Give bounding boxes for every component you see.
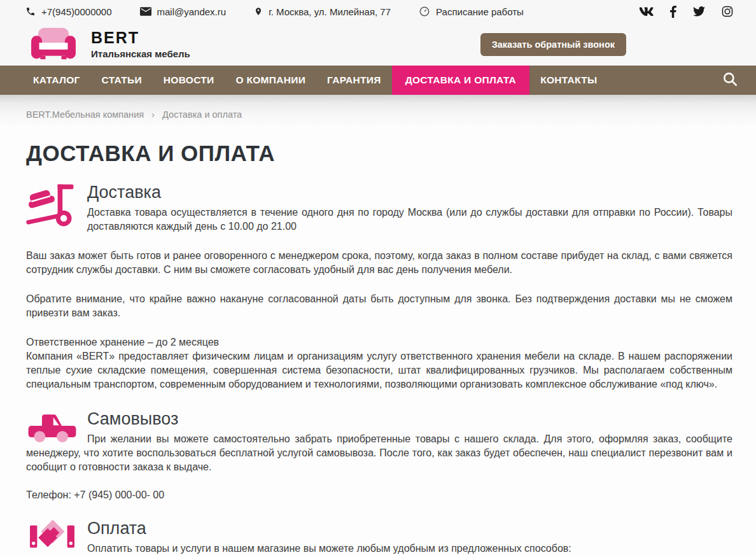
payment-section: Оплата Оплатить товары и услуги в нашем … (26, 519, 732, 555)
brand-tagline: Итальянская мебель (91, 48, 190, 59)
nav-item-contacts[interactable]: КОНТАКТЫ (529, 66, 608, 95)
search-button[interactable] (704, 66, 756, 95)
topbar-address-text: г. Москва, ул. Милейная, 77 (269, 6, 391, 17)
breadcrumb-separator-icon: › (151, 109, 155, 120)
delivery-section: Доставка Доставка товара осуществляется … (26, 183, 732, 234)
topbar-address: г. Москва, ул. Милейная, 77 (254, 6, 391, 17)
delivery-paragraph-1: Ваш заказ может быть готов и ранее огово… (26, 249, 732, 277)
social-links (640, 6, 733, 18)
top-info-bar: +7(945)0000000 mail@yandex.ru г. Москва,… (0, 0, 756, 23)
location-pin-icon (254, 6, 263, 17)
site-header: BERT Итальянская мебель Заказать обратны… (0, 23, 756, 66)
site-logo[interactable]: BERT Итальянская мебель (26, 27, 190, 62)
nav-item-delivery-payment[interactable]: ДОСТАВКА И ОПЛАТА (392, 66, 529, 95)
instagram-icon[interactable] (722, 6, 733, 17)
delivery-heading: Доставка (26, 183, 732, 202)
topbar-phone-text: +7(945)0000000 (41, 6, 112, 17)
nav-item-warranty[interactable]: ГАРАНТИЯ (316, 66, 392, 95)
handshake-icon (26, 519, 78, 555)
twitter-icon[interactable] (693, 6, 705, 17)
nav-item-about[interactable]: О КОМПАНИИ (225, 66, 317, 95)
search-icon (722, 71, 738, 90)
storage-text: Компания «BERT» предоставляет физическим… (26, 351, 732, 390)
breadcrumb: BERT.Мебельная компания › Доставка и опл… (26, 109, 730, 120)
sofa-logo-icon (26, 27, 81, 62)
nav-item-catalog[interactable]: КАТАЛОГ (22, 66, 91, 95)
pickup-phone-line: Телефон: +7 (945) 000-00- 00 (26, 489, 732, 501)
main-nav: КАТАЛОГ СТАТЬИ НОВОСТИ О КОМПАНИИ ГАРАНТ… (0, 66, 756, 95)
main-content: ДОСТАВКА И ОПЛАТА Доставка Доставка това… (0, 125, 756, 555)
breadcrumb-zone: BERT.Мебельная компания › Доставка и опл… (0, 95, 756, 125)
delivery-truck-icon (26, 183, 78, 231)
delivery-paragraph-2: Обратите внимание, что крайне важно нака… (26, 292, 732, 320)
vk-icon[interactable] (640, 7, 654, 16)
nav-item-news[interactable]: НОВОСТИ (153, 66, 225, 95)
facebook-icon[interactable] (670, 6, 676, 18)
phone-icon (25, 6, 36, 17)
pickup-section: Самовывоз При желании вы можете самостоя… (26, 409, 732, 474)
payment-heading: Оплата (26, 519, 732, 538)
topbar-email[interactable]: mail@yandex.ru (140, 6, 227, 17)
pickup-car-icon (26, 409, 78, 446)
clock-icon (419, 6, 430, 17)
payment-text: Оплатить товары и услуги в нашем магазин… (26, 542, 732, 555)
pickup-text: При желании вы можете самостоятельно заб… (26, 432, 732, 474)
storage-title: Ответственное хранение – до 2 месяцев (26, 337, 219, 348)
topbar-phone[interactable]: +7(945)0000000 (25, 6, 112, 17)
nav-item-articles[interactable]: СТАТЬИ (91, 66, 153, 95)
delivery-intro-text: Доставка товара осуществляется в течение… (26, 206, 732, 234)
brand-name: BERT (91, 29, 190, 47)
storage-block: Ответственное хранение – до 2 месяцев Ко… (26, 335, 732, 391)
callback-button[interactable]: Заказать обратный звонок (480, 33, 626, 56)
topbar-schedule[interactable]: Расписание работы (419, 6, 524, 17)
pickup-heading: Самовывоз (26, 409, 732, 429)
breadcrumb-home[interactable]: BERT.Мебельная компания (26, 109, 144, 120)
breadcrumb-current: Доставка и оплата (162, 109, 242, 120)
page-title: ДОСТАВКА И ОПЛАТА (26, 141, 732, 166)
mail-icon (140, 7, 151, 16)
topbar-schedule-text: Расписание работы (436, 6, 524, 17)
topbar-email-text: mail@yandex.ru (157, 6, 227, 17)
